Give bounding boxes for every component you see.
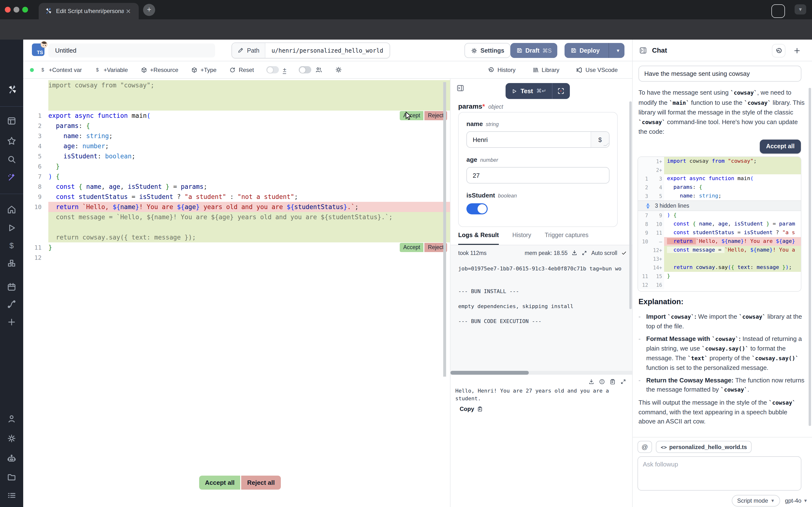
deploy-chevron-down-icon[interactable]: ▼ [612, 48, 624, 53]
logs-horizontal-scrollbar[interactable] [451, 371, 633, 375]
add-resource-button[interactable]: +Resource [140, 66, 179, 73]
reset-button[interactable]: Reset [229, 66, 254, 73]
chat-history-icon[interactable] [772, 44, 785, 57]
multiplayer-toggle[interactable] [299, 66, 323, 73]
copy-result-button[interactable]: Copy [460, 406, 483, 412]
sidebar-item-workers[interactable] [7, 453, 16, 463]
context-file-chip[interactable]: <> personalized_hello_world.ts [656, 441, 752, 453]
download-logs-icon[interactable] [571, 249, 578, 256]
hidden-lines-expander[interactable]: 3 hidden lines [638, 201, 801, 211]
sidebar-item-apps[interactable] [7, 116, 16, 125]
followup-input[interactable] [638, 456, 801, 491]
isstudent-toggle[interactable] [466, 203, 488, 214]
draft-button[interactable]: Draft⌘S [510, 43, 558, 58]
script-name-input[interactable] [48, 44, 215, 57]
fullscreen-icon[interactable] [620, 379, 626, 385]
expand-logs-icon[interactable] [582, 250, 588, 256]
add-type-button[interactable]: +Type [191, 66, 216, 73]
code-editor[interactable]: import cowsay from "cowsay";1export asyn… [23, 79, 450, 507]
download-result-icon[interactable] [588, 379, 595, 385]
code-line[interactable]: 2 params: { [23, 121, 450, 131]
traffic-light-close[interactable] [5, 7, 11, 12]
pending-added-line [23, 222, 450, 232]
sidebar-item-logs[interactable] [7, 491, 16, 500]
sidebar-item-users[interactable] [7, 414, 16, 424]
traffic-light-minimize[interactable] [13, 7, 19, 12]
tab-title: Edit Script u/henri/personaliz [56, 8, 124, 14]
sidebar-item-search[interactable] [7, 155, 16, 164]
add-variable-button[interactable]: $+Variable [95, 66, 128, 73]
chat-new-icon[interactable] [790, 44, 804, 57]
sidebar-item-ai-wand[interactable] [7, 173, 16, 182]
run-panel-scrollbar[interactable] [629, 101, 632, 309]
code-line[interactable]: 6 } [23, 161, 450, 171]
sidebar-item-settings[interactable] [7, 434, 16, 443]
reject-all-button[interactable]: Reject all [242, 475, 281, 490]
diff-mode-toggle[interactable]: ± [266, 66, 286, 74]
library-button[interactable]: Library [532, 67, 559, 73]
test-button[interactable]: Test⌘↵ [506, 88, 552, 95]
sidebar-windmill-logo-icon[interactable] [7, 84, 17, 95]
sidebar-item-home[interactable] [7, 205, 16, 214]
name-input[interactable] [467, 136, 591, 143]
code-line[interactable]: 8 const { name, age, isStudent } = param… [23, 181, 450, 192]
code-line[interactable]: 7) { [23, 171, 450, 181]
vscode-icon [576, 67, 582, 73]
app-sidebar: $ [0, 40, 23, 507]
diff-line: 24 params: { [638, 183, 801, 192]
collapse-panel-icon[interactable] [456, 84, 464, 92]
explanation-bullet: -Return the Cowsay Message: The function… [639, 376, 805, 394]
traffic-light-zoom[interactable] [22, 7, 28, 12]
editor-scrollbar[interactable] [443, 82, 446, 377]
code-line[interactable]: 12 [23, 252, 450, 263]
clipboard-icon[interactable] [609, 379, 616, 385]
model-select[interactable]: gpt-4o▼ [785, 497, 808, 504]
mention-button[interactable]: @ [638, 441, 652, 453]
chat-accept-all-button[interactable]: Accept all [760, 139, 801, 154]
sidebar-item-flows[interactable] [7, 299, 16, 309]
info-icon[interactable] [599, 379, 605, 385]
tab-trigger-captures[interactable]: Trigger captures [545, 232, 589, 245]
new-tab-button[interactable]: + [143, 4, 155, 16]
code-line[interactable]: 9 const studentStatus = isStudent ? "a s… [23, 192, 450, 202]
autoscroll-label[interactable]: Auto scroll [591, 250, 617, 256]
sidebar-item-create[interactable] [7, 317, 16, 327]
mode-select[interactable]: Script mode▼ [732, 495, 780, 507]
history-button[interactable]: History [488, 67, 516, 73]
sidebar-item-folders[interactable] [7, 472, 16, 482]
accept-hunk-button[interactable]: Accept [400, 243, 423, 252]
variable-picker-button[interactable]: $ [591, 132, 609, 147]
code-line[interactable]: 11}AcceptReject [23, 242, 450, 252]
use-vscode-button[interactable]: Use VScode [576, 67, 618, 73]
chat-scrollbar[interactable] [809, 88, 811, 426]
add-context-var-button[interactable]: $+Context var [40, 66, 82, 73]
diff-line: 1+import cowsay from "cowsay"; [638, 157, 801, 166]
code-line[interactable]: 5 isStudent: boolean; [23, 151, 450, 161]
diff-line: 12+ const message = `Hello, ${name}! You… [638, 246, 801, 255]
age-input[interactable] [467, 172, 609, 179]
editor-settings-gear-icon[interactable] [335, 66, 343, 73]
deploy-button[interactable]: Deploy [564, 47, 605, 54]
sidebar-item-resources[interactable] [7, 258, 16, 268]
sidebar-item-runs[interactable] [7, 223, 16, 233]
panel-toggle-icon[interactable] [639, 46, 647, 55]
tab-close-icon[interactable]: ✕ [126, 7, 131, 15]
svg-text:$: $ [42, 67, 44, 72]
tab-history[interactable]: History [512, 232, 531, 245]
code-line[interactable]: 10 return `Hello, ${name}! You are ${age… [23, 202, 450, 212]
sidebar-item-variables[interactable]: $ [7, 241, 16, 250]
tab-logs-result[interactable]: Logs & Result [458, 232, 499, 245]
code-line[interactable]: 3 name: string; [23, 131, 450, 141]
code-line[interactable]: 4 age: number; [23, 141, 450, 151]
browser-tab[interactable]: Edit Script u/henri/personaliz ✕ [39, 3, 139, 19]
settings-button[interactable]: Settings [464, 43, 511, 58]
run-panel: Test⌘↵ params*object namestring $ agenum… [450, 79, 632, 507]
params-title: params*object [458, 102, 503, 110]
accept-all-button[interactable]: Accept all [199, 475, 241, 490]
sidebar-item-favorites[interactable] [7, 136, 16, 146]
browser-chevron-down-icon[interactable]: ▼ [795, 4, 806, 14]
code-line[interactable]: 1export async function main(AcceptReject [23, 111, 450, 121]
path-pill[interactable]: Path u/henri/personalized_hello_world [232, 43, 390, 58]
sidebar-item-schedules[interactable] [7, 282, 16, 292]
capture-icon[interactable] [552, 88, 570, 95]
